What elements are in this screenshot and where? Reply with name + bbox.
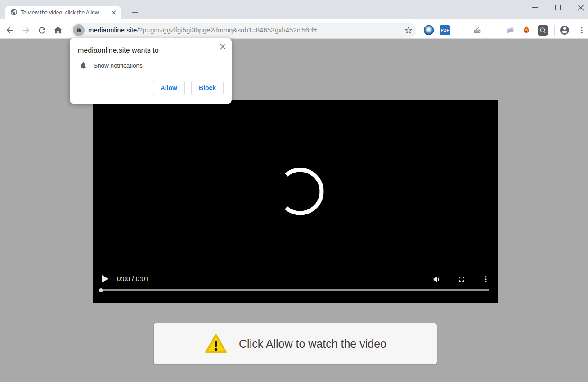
pdf-extension-icon: PDF bbox=[440, 25, 450, 35]
profile-button[interactable] bbox=[559, 25, 570, 36]
video-time-display: 0:00 / 0:01 bbox=[117, 275, 149, 282]
url-bar[interactable]: mediaonline.site/?p=gmzggzlfgi5gi3bpge2d… bbox=[71, 23, 416, 38]
window-maximize-button[interactable] bbox=[548, 0, 568, 15]
volume-icon bbox=[432, 274, 442, 284]
tab-close-icon[interactable] bbox=[110, 9, 117, 16]
radio-extension-icon bbox=[472, 25, 482, 35]
extension-ripple-button[interactable] bbox=[423, 25, 434, 36]
home-icon bbox=[53, 25, 63, 35]
window-minimize-button[interactable] bbox=[525, 0, 545, 15]
warning-triangle-icon bbox=[204, 333, 228, 355]
toolbar: mediaonline.site/?p=gmzggzlfgi5gi3bpge2d… bbox=[0, 19, 588, 39]
notice-banner: Click Allow to watch the video bbox=[154, 323, 437, 364]
url-domain: mediaonline.site bbox=[88, 26, 137, 34]
lock-icon bbox=[76, 27, 81, 33]
browser-tab[interactable]: To view the video, click the Allow bbox=[5, 6, 121, 19]
titlebar: To view the video, click the Allow bbox=[0, 0, 588, 19]
star-icon bbox=[404, 26, 413, 35]
extension-magnifier-button[interactable] bbox=[537, 25, 548, 36]
bell-icon bbox=[79, 61, 87, 69]
bookmark-button[interactable] bbox=[404, 26, 413, 35]
browser-menu-button[interactable] bbox=[576, 25, 587, 36]
forward-button[interactable] bbox=[21, 25, 31, 36]
minimize-icon bbox=[532, 7, 538, 8]
toolbar-separator bbox=[554, 25, 555, 36]
play-icon bbox=[102, 275, 108, 282]
kebab-menu-icon bbox=[482, 275, 490, 283]
home-button[interactable] bbox=[53, 25, 63, 36]
window-close-button[interactable] bbox=[570, 0, 588, 15]
back-icon bbox=[5, 25, 15, 35]
notice-banner-text: Click Allow to watch the video bbox=[239, 337, 386, 350]
url-text[interactable]: mediaonline.site/?p=gmzggzlfgi5gi3bpge2d… bbox=[88, 23, 317, 38]
close-icon bbox=[220, 44, 226, 50]
browser-window: To view the video, click the Allow bbox=[0, 0, 588, 382]
volume-button[interactable] bbox=[432, 274, 443, 285]
video-player[interactable]: 0:00 / 0:01 bbox=[93, 100, 498, 303]
url-path: /?p=gmzggzlfgi5gi3bpge2dmmq&sub1=84653gx… bbox=[137, 26, 316, 34]
extension-pdf-button[interactable]: PDF bbox=[440, 25, 450, 36]
block-button[interactable]: Block bbox=[191, 81, 224, 95]
avatar-icon bbox=[559, 24, 570, 36]
site-security-badge[interactable] bbox=[73, 24, 85, 36]
ripple-extension-icon bbox=[424, 25, 434, 35]
back-button[interactable] bbox=[4, 25, 15, 36]
video-playhead[interactable] bbox=[99, 288, 103, 292]
maximize-icon bbox=[555, 5, 561, 10]
tab-title: To view the video, click the Allow bbox=[21, 9, 109, 16]
video-more-options-button[interactable] bbox=[480, 274, 491, 285]
popup-close-button[interactable] bbox=[219, 42, 227, 50]
video-progress-bar[interactable] bbox=[100, 289, 489, 291]
allow-button[interactable]: Allow bbox=[153, 81, 185, 95]
permission-row: Show notifications bbox=[79, 61, 143, 69]
flame-extension-icon bbox=[521, 25, 531, 35]
magnifier-extension-icon bbox=[538, 25, 548, 36]
extension-recorder-button[interactable] bbox=[472, 25, 483, 36]
popup-title: mediaonline.site wants to bbox=[78, 46, 159, 55]
book-extension-icon bbox=[505, 25, 515, 35]
extension-flame-button[interactable] bbox=[521, 25, 532, 36]
fullscreen-button[interactable] bbox=[456, 274, 467, 285]
fullscreen-icon bbox=[457, 275, 466, 284]
close-icon bbox=[578, 5, 584, 11]
play-button[interactable] bbox=[101, 275, 109, 283]
reload-icon bbox=[37, 26, 47, 35]
globe-favicon-icon bbox=[10, 9, 18, 16]
new-tab-button[interactable] bbox=[130, 8, 139, 17]
notification-permission-popup: mediaonline.site wants to Show notificat… bbox=[70, 38, 232, 104]
reload-button[interactable] bbox=[36, 25, 47, 36]
loading-spinner-icon bbox=[273, 164, 327, 218]
permission-label: Show notifications bbox=[94, 62, 143, 69]
extension-book-button[interactable] bbox=[505, 25, 516, 36]
popup-buttons: Allow Block bbox=[153, 81, 224, 95]
forward-icon bbox=[21, 25, 31, 35]
kebab-menu-icon bbox=[578, 26, 586, 34]
